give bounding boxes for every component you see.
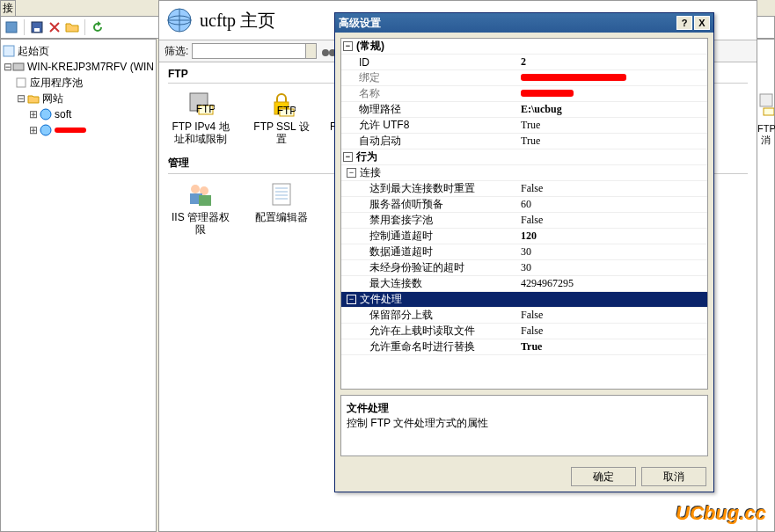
tree-site-redacted[interactable]: ⊞ bbox=[3, 122, 154, 138]
ftp-ipv4-item[interactable]: FTP FTP IPv4 地址和域限制 bbox=[168, 89, 233, 145]
globe-icon bbox=[40, 124, 52, 136]
tree-label: 应用程序池 bbox=[30, 76, 83, 91]
collapse-icon[interactable]: ⊟ bbox=[15, 92, 27, 105]
prop-value[interactable]: 2 bbox=[515, 55, 707, 69]
prop-value[interactable]: False bbox=[515, 182, 707, 195]
ftp-ssl-icon: FTP bbox=[249, 89, 314, 119]
svg-point-7 bbox=[40, 125, 51, 135]
prop-value[interactable]: E:\ucbug bbox=[515, 103, 707, 116]
svg-rect-26 bbox=[273, 184, 290, 205]
prop-value[interactable]: False bbox=[515, 309, 707, 322]
prop-ctrl-timeout[interactable]: 控制通道超时 bbox=[341, 229, 515, 244]
prop-backlog[interactable]: 服务器侦听预备 bbox=[341, 197, 515, 212]
prop-unauth-timeout[interactable]: 未经身份验证的超时 bbox=[341, 260, 515, 275]
collapse-icon[interactable]: − bbox=[347, 168, 356, 178]
prop-max-conn[interactable]: 最大连接数 bbox=[341, 276, 515, 291]
collapse-icon[interactable]: − bbox=[343, 152, 353, 162]
prop-value bbox=[515, 71, 707, 84]
dialog-buttons: 确定 取消 bbox=[335, 462, 713, 492]
prop-id[interactable]: ID bbox=[341, 56, 515, 69]
connect-icon[interactable] bbox=[4, 20, 18, 34]
collapse-icon[interactable]: − bbox=[343, 41, 353, 51]
svg-text:FTP: FTP bbox=[196, 103, 215, 115]
item-label: FTP SSL 设置 bbox=[249, 120, 314, 145]
prop-value[interactable]: True bbox=[515, 135, 707, 148]
globe-icon bbox=[40, 108, 52, 120]
help-button[interactable]: ? bbox=[676, 16, 692, 30]
prop-autostart[interactable]: 自动启动 bbox=[341, 134, 515, 149]
advanced-settings-dialog: 高级设置 ? X −(常规) ID2 绑定 名称 物理路径E:\ucbug 允许… bbox=[334, 12, 714, 492]
right-panel: FTP 消 bbox=[757, 39, 775, 532]
cancel-button[interactable]: 取消 bbox=[641, 467, 706, 486]
connections-tab[interactable]: 接 bbox=[0, 0, 16, 16]
config-editor-item[interactable]: 配置编辑器 bbox=[249, 179, 314, 236]
prop-keep-partial[interactable]: 保留部分上载 bbox=[341, 308, 515, 323]
svg-rect-2 bbox=[34, 28, 40, 32]
expand-icon[interactable]: ⊞ bbox=[27, 108, 40, 120]
prop-reset[interactable]: 达到最大连接数时重置 bbox=[341, 181, 515, 196]
prop-data-timeout[interactable]: 数据通道超时 bbox=[341, 244, 515, 259]
users-icon bbox=[168, 179, 233, 209]
svg-point-22 bbox=[191, 185, 200, 193]
tree-sites[interactable]: ⊟ 网站 bbox=[3, 91, 154, 106]
save-icon[interactable] bbox=[30, 20, 44, 34]
svg-rect-5 bbox=[17, 78, 26, 87]
property-grid[interactable]: −(常规) ID2 绑定 名称 物理路径E:\ucbug 允许 UTF8True… bbox=[340, 38, 708, 390]
prop-path[interactable]: 物理路径 bbox=[341, 102, 515, 117]
cat-file-handling[interactable]: −文件处理 bbox=[341, 292, 515, 307]
close-button[interactable]: X bbox=[694, 16, 710, 30]
tree-server[interactable]: ⊟ WIN-KREJP3M7RFV (WIN bbox=[3, 59, 154, 75]
svg-rect-4 bbox=[13, 63, 24, 70]
description-box: 文件处理 控制 FTP 文件处理方式的属性 bbox=[340, 395, 708, 456]
ftp-msg-icon[interactable] bbox=[758, 92, 774, 119]
redacted-label bbox=[55, 128, 86, 133]
prop-name[interactable]: 名称 bbox=[341, 86, 515, 101]
svg-point-6 bbox=[40, 109, 51, 120]
prop-value[interactable]: 120 bbox=[515, 230, 707, 243]
prop-utf8[interactable]: 允许 UTF8 bbox=[341, 118, 515, 133]
tree-site-soft[interactable]: ⊞ soft bbox=[3, 106, 154, 122]
ok-button[interactable]: 确定 bbox=[571, 467, 636, 486]
ftp-ipv4-icon: FTP bbox=[168, 89, 233, 119]
prop-value[interactable]: False bbox=[515, 324, 707, 338]
refresh-icon[interactable] bbox=[91, 20, 105, 34]
cat-general[interactable]: −(常规) bbox=[341, 39, 515, 54]
sites-icon bbox=[27, 92, 40, 105]
cat-connection[interactable]: −连接 bbox=[341, 165, 515, 180]
server-icon bbox=[12, 61, 25, 73]
cat-behavior[interactable]: −行为 bbox=[341, 149, 515, 164]
prop-value bbox=[515, 87, 707, 100]
connections-tree: 起始页 ⊟ WIN-KREJP3M7RFV (WIN 应用程序池 ⊟ 网站 ⊞ … bbox=[0, 39, 157, 532]
collapse-icon[interactable]: ⊟ bbox=[3, 61, 12, 73]
dialog-titlebar[interactable]: 高级设置 ? X bbox=[335, 13, 713, 33]
svg-rect-3 bbox=[4, 46, 14, 56]
tree-label: WIN-KREJP3M7RFV (WIN bbox=[27, 61, 154, 73]
svg-rect-0 bbox=[6, 22, 17, 33]
iis-mgr-item[interactable]: IIS 管理器权限 bbox=[168, 179, 233, 236]
svg-rect-25 bbox=[199, 195, 211, 206]
prop-value[interactable]: 4294967295 bbox=[515, 277, 707, 290]
collapse-icon[interactable]: − bbox=[347, 295, 356, 304]
dropdown-icon[interactable] bbox=[306, 43, 317, 59]
expand-icon[interactable]: ⊞ bbox=[27, 124, 40, 136]
tree-label: 网站 bbox=[42, 91, 63, 106]
delete-icon[interactable] bbox=[48, 20, 62, 34]
prop-allow-rename-replace[interactable]: 允许重命名时进行替换 bbox=[341, 339, 515, 354]
prop-value[interactable]: True bbox=[515, 119, 707, 132]
tree-apppool[interactable]: 应用程序池 bbox=[3, 75, 154, 91]
prop-value[interactable]: 60 bbox=[515, 198, 707, 211]
filter-input[interactable] bbox=[192, 43, 306, 59]
prop-read-while-upload[interactable]: 允许在上载时读取文件 bbox=[341, 324, 515, 339]
item-label: IIS 管理器权限 bbox=[168, 211, 233, 236]
tree-start-page[interactable]: 起始页 bbox=[3, 43, 154, 59]
prop-value[interactable]: True bbox=[515, 340, 707, 353]
prop-value[interactable]: 30 bbox=[515, 245, 707, 259]
folder-icon[interactable] bbox=[65, 20, 79, 34]
desc-title: 文件处理 bbox=[347, 401, 702, 416]
prop-value[interactable]: False bbox=[515, 214, 707, 227]
prop-binding[interactable]: 绑定 bbox=[341, 70, 515, 85]
prop-value[interactable]: 30 bbox=[515, 261, 707, 274]
ftp-ssl-item[interactable]: FTP FTP SSL 设置 bbox=[249, 89, 314, 145]
item-label: FTP IPv4 地址和域限制 bbox=[168, 120, 233, 145]
prop-pool[interactable]: 禁用套接字池 bbox=[341, 213, 515, 228]
